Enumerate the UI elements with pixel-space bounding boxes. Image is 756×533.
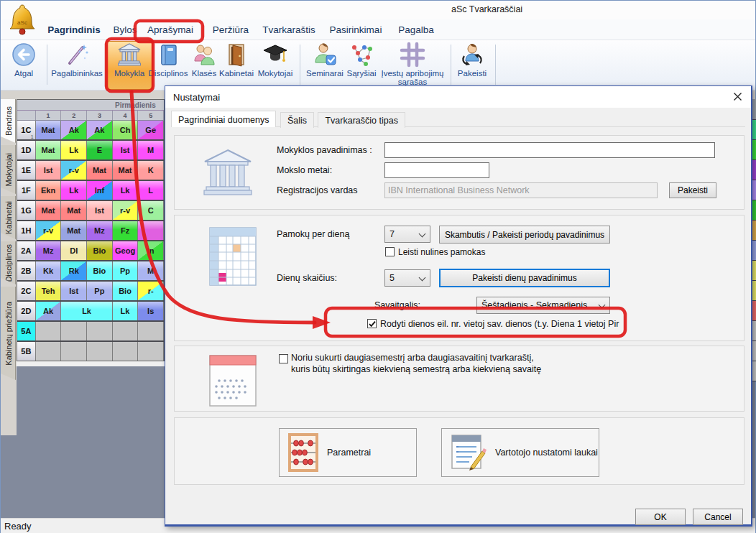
row-header-1C[interactable]: 1C1: [17, 121, 36, 139]
school-name-input[interactable]: [384, 142, 715, 158]
side-tab-3[interactable]: Kabinetai: [1, 196, 16, 239]
menu-pagalba[interactable]: Pagalba: [395, 19, 437, 40]
timetable-cell[interactable]: Lk: [113, 181, 139, 200]
tab-pagrindiniai-duomenys[interactable]: Pagrindiniai duomenys: [171, 111, 276, 127]
timetable-cell[interactable]: [138, 322, 164, 340]
zero-periods-checkbox[interactable]: [385, 247, 395, 256]
timetable-cell[interactable]: Is: [138, 302, 164, 320]
timetable-cell[interactable]: Ekn: [36, 181, 62, 200]
toolbar-button-ivestu-apribojimu[interactable]: Įvestų apribojimų sąrašas: [379, 42, 446, 89]
timetable-cell[interactable]: Pp: [113, 261, 139, 280]
row-header-1G[interactable]: 1G: [17, 201, 36, 220]
timetable-cell[interactable]: Bio: [87, 261, 113, 280]
row-header-2A[interactable]: 2A: [17, 241, 36, 260]
bells-rename-periods-button[interactable]: Skambutis / Pakeisti periodų pavadinimus: [439, 226, 610, 244]
timetable-cell[interactable]: Inf: [87, 181, 113, 200]
timetable-cell[interactable]: L: [138, 181, 164, 200]
timetable-cell[interactable]: r-v: [36, 221, 62, 240]
timetable-cell[interactable]: Ist: [113, 141, 139, 159]
days-count-select[interactable]: 5: [384, 269, 430, 287]
timetable-cell[interactable]: [36, 342, 62, 361]
timetable-cell[interactable]: E: [87, 141, 113, 159]
timetable-cell[interactable]: Lk: [61, 302, 112, 320]
timetable-cell[interactable]: Kk: [36, 261, 62, 280]
close-icon[interactable]: [727, 88, 748, 105]
timetable-cell[interactable]: [113, 342, 139, 361]
toolbar-button-pagalbininkas[interactable]: Pagalbininkas: [50, 42, 104, 89]
side-tab-2[interactable]: Mokytojai: [1, 145, 16, 194]
multiweek-checkbox[interactable]: [279, 354, 288, 363]
timetable-cell[interactable]: [36, 322, 62, 340]
row-header-2C[interactable]: 2C: [17, 282, 36, 300]
timetable-cell[interactable]: DI: [61, 241, 87, 260]
weekend-select[interactable]: Šeštadienis - Sekmadienis: [476, 297, 610, 314]
custom-fields-button[interactable]: Vartotojo nustatomi laukai: [441, 428, 599, 477]
timetable-cell[interactable]: Ge: [138, 121, 164, 139]
menu-perziura[interactable]: Peržiūra: [208, 19, 253, 40]
ok-button[interactable]: OK: [635, 509, 686, 525]
timetable-cell[interactable]: r-v: [61, 161, 87, 180]
side-tab-1[interactable]: Bendras: [1, 99, 16, 143]
timetable-cell[interactable]: r-: [138, 282, 164, 300]
timetable-cell[interactable]: Mz: [36, 241, 62, 260]
timetable-cell[interactable]: M: [138, 141, 164, 159]
toolbar-button-atgal[interactable]: Atgal: [5, 42, 42, 89]
timetable-cell[interactable]: Ak: [36, 302, 62, 320]
timetable-cell[interactable]: [61, 342, 87, 361]
periods-per-day-select[interactable]: 7: [384, 226, 430, 243]
timetable-cell[interactable]: Lk: [61, 181, 87, 200]
school-year-input[interactable]: [384, 162, 489, 178]
timetable-cell[interactable]: Rk: [61, 261, 87, 280]
timetable-cell[interactable]: Ak: [87, 121, 113, 139]
timetable-cell[interactable]: Fz: [113, 221, 139, 240]
side-tab-4[interactable]: Disciplinos: [1, 241, 16, 284]
row-header-2D[interactable]: 2D: [17, 302, 36, 320]
menu-tvarkarastis[interactable]: Tvarkaraštis: [260, 19, 318, 40]
timetable-cell[interactable]: Mat: [36, 141, 62, 159]
side-tab-5[interactable]: Kabinetų priežiūra: [1, 287, 16, 380]
timetable-cell[interactable]: K: [138, 161, 164, 180]
timetable-cell[interactable]: Bio: [113, 282, 139, 300]
toolbar-button-mokytojai[interactable]: Mokytojai: [254, 42, 296, 89]
day-number-checkbox[interactable]: [367, 319, 377, 328]
timetable-cell[interactable]: Mat: [113, 161, 139, 180]
timetable-cell[interactable]: [113, 322, 139, 340]
timetable-cell[interactable]: Bio: [87, 241, 113, 260]
row-header-5A[interactable]: 5A: [17, 322, 36, 340]
row-header-1E[interactable]: 1E: [17, 161, 36, 180]
timetable-cell[interactable]: Mat: [87, 161, 113, 180]
cancel-button[interactable]: Cancel: [693, 509, 743, 525]
row-header-1D[interactable]: 1D: [17, 141, 36, 159]
timetable-cell[interactable]: M: [138, 261, 164, 280]
timetable-cell[interactable]: [138, 221, 164, 240]
timetable-cell[interactable]: Mat: [36, 201, 62, 220]
timetable-cell[interactable]: Lk: [61, 141, 87, 159]
toolbar-button-klases[interactable]: Klasės: [190, 42, 218, 89]
timetable-cell[interactable]: Geog: [113, 241, 139, 260]
timetable-cell[interactable]: Mat: [61, 221, 87, 240]
timetable-cell[interactable]: Ak: [61, 121, 87, 139]
timetable-cell[interactable]: [87, 322, 113, 340]
row-header-1H[interactable]: 1H: [17, 221, 36, 240]
rename-days-button[interactable]: Pakeisti dienų pavadinimus: [439, 269, 610, 287]
timetable-cell[interactable]: r-v: [113, 201, 139, 220]
toolbar-button-pakeisti[interactable]: Pakeisti: [455, 42, 489, 89]
menu-bylos[interactable]: Bylos: [110, 19, 140, 40]
timetable-cell[interactable]: Ist: [87, 201, 113, 220]
timetable-cell[interactable]: Lk: [113, 302, 139, 320]
row-header-2B[interactable]: 2B: [17, 261, 36, 280]
menu-pagrindinis[interactable]: Pagrindinis: [45, 19, 103, 40]
timetable-cell[interactable]: Ch: [113, 121, 139, 139]
timetable-cell[interactable]: Teh: [36, 282, 62, 300]
toolbar-button-disciplinos[interactable]: Disciplinos: [147, 42, 189, 89]
timetable-cell[interactable]: C: [138, 201, 164, 220]
timetable-cell[interactable]: Ist: [36, 161, 62, 180]
parameters-button[interactable]: Parametrai: [279, 428, 417, 477]
timetable-cell[interactable]: Mz: [87, 221, 113, 240]
timetable-cell[interactable]: Ist: [61, 282, 87, 300]
row-header-1F[interactable]: 1F: [17, 181, 36, 200]
tab-salis[interactable]: Šalis: [280, 112, 314, 128]
timetable-cell[interactable]: Pp: [87, 282, 113, 300]
toolbar-button-kabinetai[interactable]: Kabinetai: [218, 42, 254, 89]
menu-aprasymai[interactable]: Aprašymai: [144, 19, 196, 40]
